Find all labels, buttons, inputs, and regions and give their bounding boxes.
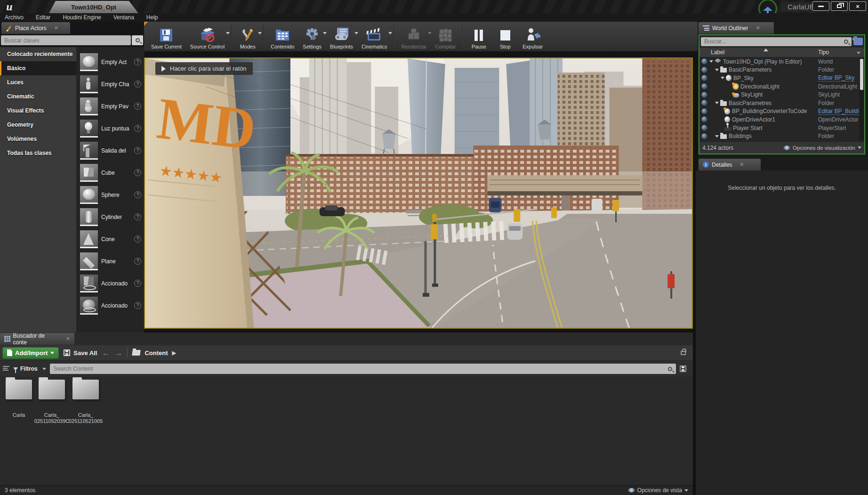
menu-archivo[interactable]: Archivo bbox=[5, 14, 24, 21]
sort-asc-icon[interactable] bbox=[764, 49, 768, 51]
filter-dropdown-icon[interactable] bbox=[857, 52, 860, 54]
edit-blueprint-link[interactable]: Editar BP_Buildi bbox=[818, 108, 859, 115]
category-luces[interactable]: Luces bbox=[0, 75, 76, 89]
edit-blueprint-link[interactable]: Editar BP_Sky bbox=[818, 74, 854, 81]
add-import-button[interactable]: Add/Import bbox=[2, 347, 59, 359]
visibility-eye-icon[interactable] bbox=[701, 100, 707, 106]
list-item[interactable]: Plane? bbox=[76, 250, 144, 272]
blueprints-button[interactable]: Blueprints bbox=[326, 22, 357, 51]
menu-help[interactable]: Help bbox=[146, 14, 158, 21]
list-item[interactable]: Cube? bbox=[76, 162, 144, 184]
help-icon[interactable]: ? bbox=[134, 81, 141, 88]
table-row[interactable]: Player Start PlayerStart bbox=[699, 124, 864, 132]
visibility-eye-icon[interactable] bbox=[701, 116, 707, 122]
menu-houdini-engine[interactable]: Houdini Engine bbox=[63, 14, 101, 21]
list-item[interactable]: Accionado? bbox=[76, 272, 144, 294]
expand-icon[interactable] bbox=[721, 77, 724, 79]
folder-tile[interactable]: Carla_025110521005 bbox=[70, 380, 102, 424]
list-item[interactable]: Empty Cha? bbox=[76, 73, 144, 95]
help-icon[interactable]: ? bbox=[134, 302, 141, 309]
help-icon[interactable]: ? bbox=[134, 235, 141, 243]
list-item[interactable]: Sphere? bbox=[76, 184, 144, 206]
visibility-eye-icon[interactable] bbox=[701, 83, 707, 89]
visibility-eye-icon[interactable] bbox=[701, 58, 707, 65]
content-browser-tab[interactable]: Buscador de conte ✕ bbox=[0, 333, 74, 345]
menu-editar[interactable]: Editar bbox=[36, 14, 50, 21]
cinematics-button[interactable]: Cinematics bbox=[357, 22, 391, 51]
close-icon[interactable]: ✕ bbox=[54, 25, 58, 31]
minimize-button[interactable] bbox=[812, 1, 829, 11]
chevron-right-icon[interactable]: ▶ bbox=[172, 350, 176, 356]
visibility-eye-icon[interactable] bbox=[701, 92, 707, 98]
folder-tile[interactable]: Carla bbox=[3, 380, 35, 418]
table-row[interactable]: OpenDriveActor1 OpenDriveActor bbox=[699, 115, 864, 124]
help-icon[interactable]: ? bbox=[134, 58, 141, 65]
chevron-down-icon[interactable] bbox=[388, 32, 392, 34]
expand-icon[interactable] bbox=[715, 102, 719, 104]
help-icon[interactable]: ? bbox=[134, 147, 141, 154]
help-icon[interactable]: ? bbox=[134, 191, 141, 198]
view-options-button[interactable]: Opciones de vista bbox=[628, 487, 688, 494]
category-todas-las-clases[interactable]: Todas las clases bbox=[0, 146, 76, 160]
level-viewport[interactable]: MD ★★★★★ Hacer clic para usar el ratón bbox=[144, 57, 693, 329]
new-folder-button[interactable] bbox=[853, 38, 863, 45]
list-item[interactable]: Empty Pav? bbox=[76, 95, 144, 117]
content-search-input[interactable] bbox=[50, 364, 676, 374]
scrollbar-thumb[interactable] bbox=[860, 59, 863, 90]
expand-icon[interactable] bbox=[709, 60, 713, 63]
table-row[interactable]: DirectionalLight DirectionalLight bbox=[699, 82, 864, 91]
place-actors-tab[interactable]: Place Actors ✕ bbox=[1, 22, 70, 34]
save-current-button[interactable]: Save Current bbox=[147, 22, 186, 51]
table-row[interactable]: BasicParametres Folder bbox=[699, 99, 864, 107]
breadcrumb[interactable]: Content ▶ bbox=[132, 349, 176, 357]
list-item[interactable]: Luz puntua? bbox=[76, 117, 144, 139]
save-all-button[interactable]: Save All bbox=[64, 349, 97, 357]
category-geometry[interactable]: Geometry bbox=[0, 118, 76, 132]
back-button[interactable]: ← bbox=[102, 349, 110, 357]
category-basico[interactable]: Básico bbox=[0, 61, 76, 75]
close-icon[interactable]: ✕ bbox=[66, 336, 70, 342]
label-column-header[interactable]: Label bbox=[699, 49, 724, 56]
menu-ventana[interactable]: Ventana bbox=[113, 14, 134, 21]
tipo-column-header[interactable]: Tipo bbox=[818, 49, 829, 56]
filters-button[interactable]: Filtros bbox=[13, 365, 46, 372]
expand-icon[interactable] bbox=[715, 69, 719, 71]
visibility-eye-icon[interactable] bbox=[701, 108, 707, 114]
category-cinematic[interactable]: Cinematic bbox=[0, 89, 76, 104]
search-icon[interactable] bbox=[132, 35, 143, 45]
close-icon[interactable]: ✕ bbox=[755, 25, 760, 31]
table-row[interactable]: BP_BuildingConverterToCode Editar BP_Bui… bbox=[699, 107, 864, 116]
list-item[interactable]: Accionado? bbox=[76, 294, 144, 316]
outliner-search-input[interactable] bbox=[701, 37, 852, 46]
save-search-icon[interactable] bbox=[680, 365, 686, 372]
help-icon[interactable]: ? bbox=[134, 103, 141, 110]
table-row[interactable]: Buildings Folder bbox=[699, 132, 864, 140]
help-icon[interactable]: ? bbox=[134, 213, 141, 220]
settings-button[interactable]: Settings bbox=[298, 22, 326, 51]
class-search-input[interactable] bbox=[1, 35, 131, 45]
table-row[interactable]: SkyLight SkyLight bbox=[699, 90, 864, 99]
folder-tile[interactable]: Carla_02511052039C bbox=[36, 380, 68, 424]
chevron-down-icon[interactable] bbox=[258, 32, 262, 34]
restore-button[interactable] bbox=[831, 1, 848, 11]
expand-icon[interactable] bbox=[715, 135, 719, 138]
level-tab[interactable]: Town10HD_Opt bbox=[49, 1, 138, 13]
category-colocado-recientemente[interactable]: Colocado recientemente bbox=[0, 47, 76, 61]
list-item[interactable]: Cone? bbox=[76, 228, 144, 250]
visibility-eye-icon[interactable] bbox=[701, 75, 707, 81]
visibility-eye-icon[interactable] bbox=[701, 133, 707, 139]
category-visual-effects[interactable]: Visual Effects bbox=[0, 104, 76, 118]
stop-button[interactable]: Stop bbox=[492, 22, 518, 51]
visibility-eye-icon[interactable] bbox=[701, 125, 707, 131]
close-icon[interactable]: ✕ bbox=[739, 162, 744, 168]
help-icon[interactable]: ? bbox=[134, 280, 141, 287]
help-icon[interactable]: ? bbox=[134, 169, 141, 176]
close-button[interactable]: × bbox=[849, 1, 866, 11]
sources-panel-icon[interactable] bbox=[3, 366, 9, 372]
category-volumenes[interactable]: Volúmenes bbox=[0, 132, 76, 146]
scrollbar[interactable] bbox=[860, 58, 864, 140]
lock-icon[interactable] bbox=[681, 351, 686, 355]
table-row[interactable]: Town10HD_Opt (Play In Editor) World bbox=[699, 57, 864, 66]
content-button[interactable]: Contenido bbox=[266, 22, 298, 51]
help-icon[interactable]: ? bbox=[134, 125, 141, 132]
